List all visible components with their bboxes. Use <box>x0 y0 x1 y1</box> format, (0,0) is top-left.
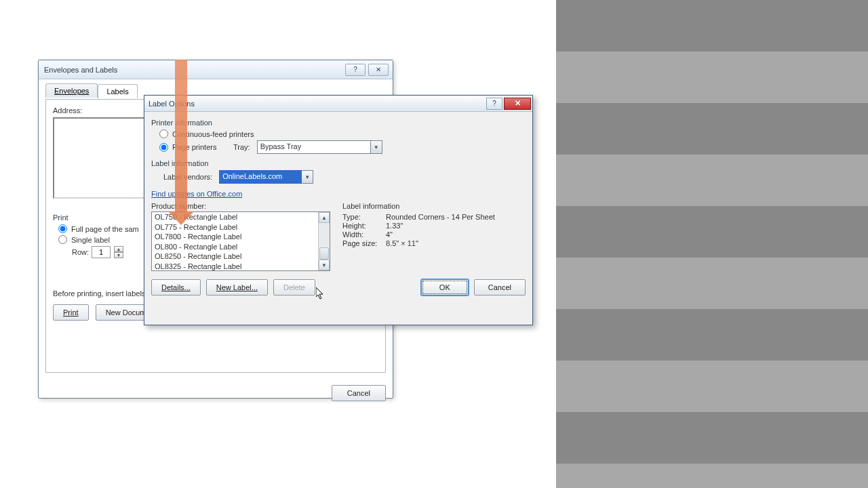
radio-page-row: Page printers Tray: Bypass Tray ▼ <box>159 140 526 154</box>
label-options-dialog: Label Options ? ✕ Printer information Co… <box>144 95 533 325</box>
vendors-row: Label vendors: OnlineLabels.com ▼ <box>163 170 526 184</box>
page-value: 8.5" × 11" <box>386 239 418 247</box>
tray-value: Bypass Tray <box>257 140 371 154</box>
list-item[interactable]: OL8325 - Rectangle Label <box>152 262 318 272</box>
dialog2-title: Label Options <box>149 100 486 108</box>
vendors-label: Label vendors: <box>163 173 212 181</box>
chevron-up-icon[interactable]: ▲ <box>114 246 123 252</box>
vendors-select[interactable]: OnlineLabels.com ▼ <box>219 170 313 184</box>
cancel-button[interactable]: Cancel <box>474 279 526 296</box>
radio-continuous[interactable]: Continuous-feed printers <box>159 129 526 138</box>
tab-labels[interactable]: Labels <box>98 84 137 98</box>
chevron-down-icon[interactable]: ▼ <box>114 252 123 258</box>
dialog-titlebar: Envelopes and Labels ? ✕ <box>39 60 393 79</box>
dialog-title: Envelopes and Labels <box>43 66 342 74</box>
list-item[interactable]: OL800 - Rectangle Label <box>152 242 318 252</box>
info-title: Label information <box>342 202 526 210</box>
close-icon[interactable]: ✕ <box>368 64 389 76</box>
dialog2-body: Printer information Continuous-feed prin… <box>144 112 532 302</box>
tray-label: Tray: <box>233 143 250 151</box>
new-label-button[interactable]: New Label... <box>206 279 268 296</box>
height-value: 1.33" <box>386 222 403 230</box>
label-info-section-title: Label information <box>151 159 526 167</box>
info-table: Type:Rounded Corners - 14 Per Sheet Heig… <box>342 213 526 247</box>
tray-select[interactable]: Bypass Tray ▼ <box>257 140 382 154</box>
width-key: Width: <box>342 230 386 239</box>
list-item[interactable]: OL8250 - Rectangle Label <box>152 251 318 262</box>
updates-link[interactable]: Find updates on Office.com <box>151 190 242 198</box>
radio-single-label-input[interactable] <box>58 235 67 244</box>
delete-button: Delete <box>273 279 315 296</box>
annotation-arrow <box>175 60 187 213</box>
scrollbar[interactable]: ▲ ▼ <box>318 212 330 270</box>
row-value-input[interactable] <box>92 246 111 258</box>
radio-continuous-input[interactable] <box>159 129 168 138</box>
dialog1-cancel-row: Cancel <box>45 385 386 401</box>
print-button[interactable]: Print <box>53 304 89 321</box>
type-key: Type: <box>342 213 386 221</box>
close-icon[interactable]: ✕ <box>504 98 531 110</box>
row-spinner[interactable]: ▲▼ <box>92 246 123 258</box>
scroll-track[interactable] <box>319 223 330 260</box>
chevron-down-icon[interactable]: ▼ <box>371 140 382 154</box>
radio-full-page-input[interactable] <box>58 224 67 233</box>
dialog2-button-row: Details... New Label... Delete OK Cancel <box>151 279 526 296</box>
page-key: Page size: <box>342 239 386 247</box>
row-label: Row: <box>72 248 89 256</box>
chevron-down-icon[interactable]: ▼ <box>302 170 313 184</box>
radio-single-label-text: Single label <box>71 236 110 244</box>
type-value: Rounded Corners - 14 Per Sheet <box>386 213 495 221</box>
scroll-thumb[interactable] <box>319 247 329 260</box>
printer-info-title: Printer information <box>151 119 526 127</box>
cancel-button[interactable]: Cancel <box>332 385 386 401</box>
radio-full-page-label: Full page of the sam <box>71 225 139 233</box>
list-item[interactable]: OL7800 - Rectangle Label <box>152 232 318 242</box>
background-stripes <box>556 0 868 488</box>
scroll-up-icon[interactable]: ▲ <box>319 212 330 223</box>
spinner-buttons[interactable]: ▲▼ <box>114 246 123 258</box>
radio-page-input[interactable] <box>159 143 168 152</box>
scroll-down-icon[interactable]: ▼ <box>319 260 330 270</box>
width-value: 4" <box>386 230 393 239</box>
details-button[interactable]: Details... <box>151 279 201 296</box>
height-key: Height: <box>342 222 386 230</box>
ok-button[interactable]: OK <box>421 279 469 296</box>
help-icon[interactable]: ? <box>345 64 366 76</box>
help-icon[interactable]: ? <box>486 98 502 110</box>
tab-envelopes[interactable]: Envelopes <box>45 83 98 98</box>
vendors-value: OnlineLabels.com <box>219 170 302 184</box>
columns: Product number: OL750 - Rectangle Label … <box>151 202 526 271</box>
dialog2-titlebar: Label Options ? ✕ <box>144 96 532 112</box>
info-column: Label information Type:Rounded Corners -… <box>342 202 526 271</box>
